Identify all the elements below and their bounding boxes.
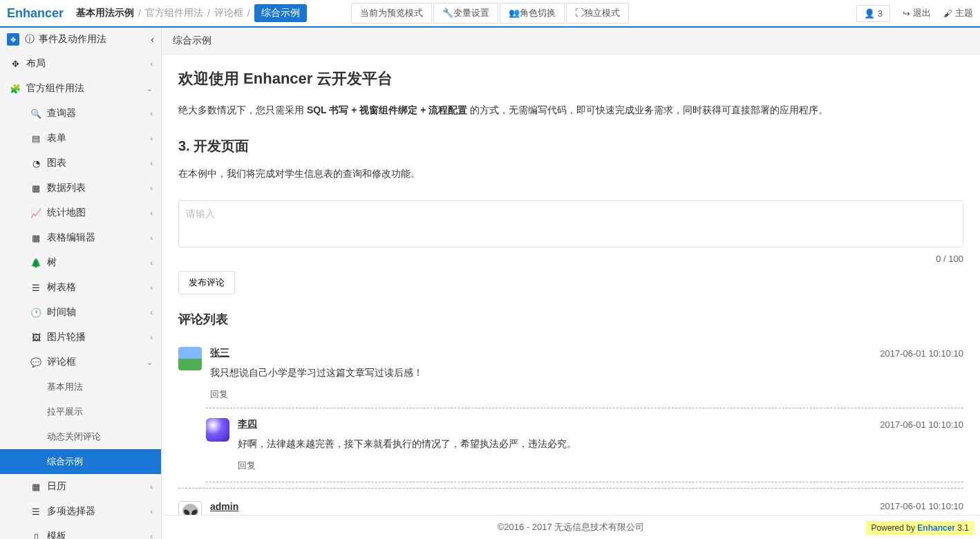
theme-link[interactable]: 🖌主题 [943,7,973,19]
avatar[interactable] [178,347,202,370]
chevron-left-icon: ‹ [150,184,153,192]
search-icon: 🔍 [30,108,41,119]
clock-icon: 🕐 [30,308,41,318]
form-icon: ▤ [30,133,41,144]
chevron-left-icon: ‹ [150,109,153,117]
topbar: Enhancer 基本用法示例 / 官方组件用法 / 评论框 / 综合示例 当前… [0,0,980,28]
puzzle-icon: 🧩 [10,84,21,94]
sidebar-item-multiselect[interactable]: ☰多项选择器‹ [0,499,161,524]
powered-by-badge[interactable]: Powered by Enhancer 3.1 [866,521,974,535]
wrench-icon: 🔧 [442,8,453,18]
chevron-left-icon: ‹ [150,532,153,539]
sidebar-item-flat[interactable]: 拉平展示 [0,399,161,424]
move-icon: ✥ [7,33,19,46]
comment-author[interactable]: 张三 [210,347,229,359]
pie-icon: ◔ [30,158,41,169]
sidebar-item-calendar[interactable]: ▦日历‹ [0,474,161,499]
chevron-left-icon: ‹ [150,59,153,68]
breadcrumb-item[interactable]: 评论框 [214,7,243,19]
sidebar-item-form[interactable]: ▤表单‹ [0,126,161,151]
sidebar-item-datalist[interactable]: ▦数据列表‹ [0,176,161,200]
chevron-left-icon: ‹ [150,308,153,316]
comment-date: 2017-06-01 10:10:10 [880,419,963,430]
role-switch-button[interactable]: 👥角色切换 [500,3,565,23]
preview-mode-label: 当前为预览模式 [351,3,432,23]
exit-link[interactable]: ↪退出 [903,7,931,19]
breadcrumb-active[interactable]: 综合示例 [254,4,307,22]
chevron-left-icon: ‹ [150,134,153,142]
chevron-left-icon: ‹ [150,283,153,292]
avatar[interactable] [206,418,229,442]
sidebar-item-basic[interactable]: 基本用法 [0,375,161,399]
hero-title: 欢迎使用 Enhancer 云开发平台 [178,68,963,89]
sidebar-item-statmap[interactable]: 📈统计地图‹ [0,200,161,225]
exit-icon: ↪ [903,8,910,19]
chevron-left-icon: ‹ [150,159,153,167]
comment-author[interactable]: 李四 [238,418,257,431]
image-icon: 🖼 [30,332,41,343]
sidebar-item-treetable[interactable]: ☰树表格‹ [0,275,161,300]
comment-text: 好啊，法律越来越完善，接下来就看执行的情况了，希望执法必严，违法必究。 [238,436,963,453]
comment-text: 我只想说自己小学是学习过这篇文章写过读后感！ [210,365,963,381]
chevron-left-icon: ‹ [150,258,153,267]
char-counter: 0 / 100 [178,254,963,264]
sidebar-item-template[interactable]: ▯模板‹ [0,524,161,539]
section-desc: 在本例中，我们将完成对学生信息表的查询和修改功能。 [178,165,963,182]
footer: ©2016 - 2017 无远信息技术有限公司 [162,515,980,539]
chevron-down-icon: ⌄ [147,358,153,367]
standalone-button[interactable]: ⛶独立模式 [566,3,629,23]
chevron-left-icon: ‹ [150,482,153,491]
chevron-left-icon: ‹ [151,34,154,45]
comment-author[interactable]: admin [210,501,238,512]
sidebar: ✥ ⓘ 事件及动作用法 ‹ ✥布局‹ 🧩官方组件用法⌄ 🔍查询器‹ ▤表单‹ ◔… [0,28,162,539]
sidebar-item-chart[interactable]: ◔图表‹ [0,151,161,176]
logo[interactable]: Enhancer [7,6,64,21]
breadcrumb-sep: / [207,8,210,19]
sidebar-item-layout[interactable]: ✥布局‹ [0,51,161,76]
sidebar-item-carousel[interactable]: 🖼图片轮播‹ [0,325,161,350]
comment-date: 2017-06-01 10:10:10 [880,348,963,359]
chevron-left-icon: ‹ [150,333,153,341]
comment-icon: 💬 [30,357,41,368]
users-icon: 👥 [509,8,520,18]
sidebar-item-official[interactable]: 🧩官方组件用法⌄ [0,76,161,101]
grid-icon: ▦ [30,233,41,243]
sidebar-item-commentbox[interactable]: 💬评论框⌄ [0,350,161,375]
page-title: 综合示例 [162,28,980,55]
top-right-toolbar: 👤3 ↪退出 🖌主题 [856,5,973,22]
expand-icon: ⛶ [575,8,584,18]
section-title: 3. 开发页面 [178,137,963,155]
chevron-left-icon: ‹ [150,507,153,516]
sidebar-item-tree[interactable]: 🌲树‹ [0,250,161,275]
info-icon: ⓘ [25,33,35,46]
vars-button[interactable]: 🔧变量设置 [433,3,498,23]
comment-input[interactable] [178,200,963,247]
sidebar-item-search[interactable]: 🔍查询器‹ [0,101,161,126]
breadcrumb-sep: / [138,8,141,19]
sidebar-item-dynclose[interactable]: 动态关闭评论 [0,424,161,449]
hero-desc: 绝大多数情况下，您只需采用 SQL 书写 + 视窗组件绑定 + 流程配置 的方式… [178,102,963,119]
arrows-icon: ✥ [10,59,21,69]
user-count-button[interactable]: 👤3 [856,5,890,22]
comment-list-title: 评论列表 [178,311,963,328]
sidebar-item-timeline[interactable]: 🕐时间轴‹ [0,300,161,325]
chevron-left-icon: ‹ [150,209,153,217]
reply-link[interactable]: 回复 [238,460,256,472]
chevron-down-icon: ⌄ [147,84,153,93]
sidebar-item-tableeditor[interactable]: ▦表格编辑器‹ [0,225,161,250]
treetable-icon: ☰ [30,283,41,293]
list-icon: ▦ [30,183,41,193]
sidebar-item-comprehensive[interactable]: 综合示例 [0,449,161,474]
breadcrumb-item[interactable]: 官方组件用法 [145,7,203,19]
breadcrumb-sep: / [247,8,250,19]
sidebar-item-events[interactable]: ✥ ⓘ 事件及动作用法 ‹ [0,28,161,51]
comment-item-nested: 李四2017-06-01 10:10:10 好啊，法律越来越完善，接下来就看执行… [206,408,963,482]
main-content: 综合示例 欢迎使用 Enhancer 云开发平台 绝大多数情况下，您只需采用 S… [162,28,980,539]
file-icon: ▯ [30,531,41,540]
comment-item: 张三2017-06-01 10:10:10 我只想说自己小学是学习过这篇文章写过… [178,340,963,408]
breadcrumb-root[interactable]: 基本用法示例 [76,7,134,19]
publish-button[interactable]: 发布评论 [178,271,235,294]
reply-link[interactable]: 回复 [210,388,228,401]
brush-icon: 🖌 [943,8,952,19]
calendar-icon: ▦ [30,482,41,492]
